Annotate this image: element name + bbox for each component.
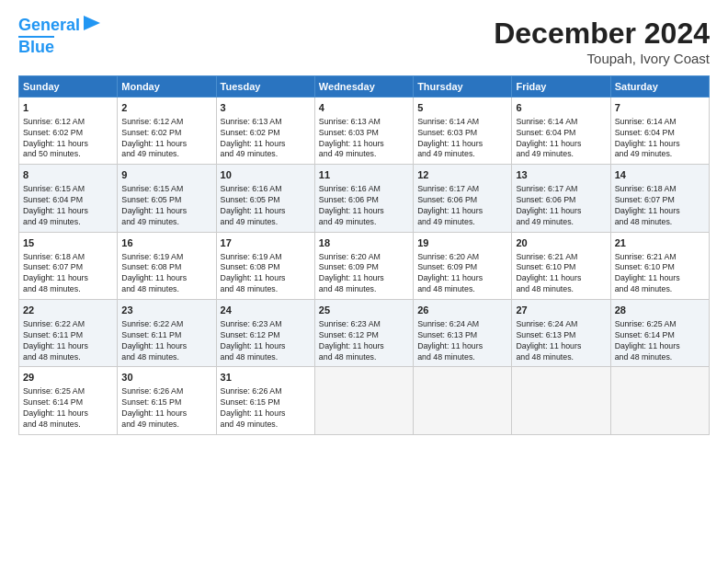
day-info: Sunrise: 6:15 AM [121, 184, 211, 195]
calendar-cell: 22Sunrise: 6:22 AMSunset: 6:11 PMDayligh… [19, 300, 118, 367]
calendar-cell: 15Sunrise: 6:18 AMSunset: 6:07 PMDayligh… [19, 232, 118, 299]
header-row: SundayMondayTuesdayWednesdayThursdayFrid… [19, 76, 710, 98]
day-info: Sunrise: 6:13 AM [221, 117, 311, 128]
day-info: Sunset: 6:15 PM [121, 397, 211, 408]
day-info: Sunrise: 6:24 AM [516, 319, 606, 330]
day-info: Daylight: 11 hours [23, 408, 113, 419]
day-info: Sunrise: 6:12 AM [23, 117, 113, 128]
day-info: Sunrise: 6:21 AM [615, 252, 705, 263]
day-info: and 49 minutes. [417, 217, 507, 228]
day-number: 30 [121, 371, 211, 385]
day-info: Sunset: 6:03 PM [319, 128, 409, 139]
day-info: and 48 minutes. [121, 284, 211, 295]
day-info: Daylight: 11 hours [121, 206, 211, 217]
day-info: Sunset: 6:03 PM [417, 128, 507, 139]
day-info: Sunrise: 6:25 AM [23, 386, 113, 397]
day-info: Daylight: 11 hours [221, 206, 311, 217]
day-info: Daylight: 11 hours [615, 206, 705, 217]
day-number: 24 [221, 304, 311, 317]
day-info: and 49 minutes. [121, 419, 211, 431]
day-info: and 49 minutes. [121, 149, 211, 160]
day-info: and 49 minutes. [221, 217, 311, 228]
calendar-cell: 25Sunrise: 6:23 AMSunset: 6:12 PMDayligh… [314, 300, 413, 367]
calendar-cell: 8Sunrise: 6:15 AMSunset: 6:04 PMDaylight… [19, 165, 118, 232]
day-info: Sunrise: 6:22 AM [23, 319, 113, 330]
day-info: Sunrise: 6:18 AM [615, 184, 705, 195]
week-row-5: 29Sunrise: 6:25 AMSunset: 6:14 PMDayligh… [19, 367, 710, 434]
main-title: December 2024 [494, 17, 710, 51]
day-number: 29 [23, 371, 113, 385]
day-number: 25 [319, 304, 409, 317]
calendar-cell: 6Sunrise: 6:14 AMSunset: 6:04 PMDaylight… [512, 98, 610, 165]
day-info: and 48 minutes. [615, 217, 705, 228]
day-info: Sunrise: 6:16 AM [319, 184, 409, 195]
day-number: 16 [121, 236, 211, 250]
logo-text: General [18, 17, 80, 35]
col-header-saturday: Saturday [610, 76, 709, 98]
day-info: Sunset: 6:10 PM [615, 262, 705, 273]
day-info: Sunrise: 6:20 AM [319, 252, 409, 263]
day-info: and 49 minutes. [516, 149, 606, 160]
day-info: Daylight: 11 hours [221, 273, 311, 284]
day-info: and 48 minutes. [516, 284, 606, 295]
day-info: Daylight: 11 hours [221, 341, 311, 352]
day-number: 21 [615, 236, 705, 250]
week-row-4: 22Sunrise: 6:22 AMSunset: 6:11 PMDayligh… [19, 300, 710, 367]
day-info: Daylight: 11 hours [221, 408, 311, 419]
day-number: 4 [319, 101, 409, 115]
day-number: 13 [516, 168, 606, 182]
day-info: Sunset: 6:14 PM [23, 397, 113, 408]
logo: General Blue [18, 17, 100, 57]
calendar-cell: 20Sunrise: 6:21 AMSunset: 6:10 PMDayligh… [512, 232, 610, 299]
day-info: Daylight: 11 hours [23, 139, 113, 150]
calendar-cell: 29Sunrise: 6:25 AMSunset: 6:14 PMDayligh… [19, 367, 118, 434]
day-info: Sunrise: 6:26 AM [121, 386, 211, 397]
calendar-cell: 7Sunrise: 6:14 AMSunset: 6:04 PMDaylight… [610, 98, 709, 165]
day-number: 7 [615, 101, 705, 115]
day-number: 15 [23, 236, 113, 250]
day-info: Daylight: 11 hours [319, 139, 409, 150]
col-header-sunday: Sunday [19, 76, 118, 98]
day-number: 1 [23, 101, 113, 115]
day-info: Daylight: 11 hours [417, 273, 507, 284]
day-info: Sunrise: 6:13 AM [319, 117, 409, 128]
calendar-cell: 1Sunrise: 6:12 AMSunset: 6:02 PMDaylight… [19, 98, 118, 165]
day-info: and 48 minutes. [417, 352, 507, 363]
day-info: and 48 minutes. [121, 352, 211, 363]
logo-arrow-icon [84, 16, 100, 30]
logo-general: General [18, 16, 80, 34]
day-number: 18 [319, 236, 409, 250]
col-header-monday: Monday [118, 76, 216, 98]
day-info: and 48 minutes. [319, 284, 409, 295]
day-info: Daylight: 11 hours [417, 206, 507, 217]
header: General Blue December 2024 Toupah, Ivory… [18, 17, 710, 66]
day-info: Daylight: 11 hours [319, 341, 409, 352]
day-info: and 48 minutes. [615, 352, 705, 363]
day-info: Sunrise: 6:14 AM [417, 117, 507, 128]
day-info: Daylight: 11 hours [417, 139, 507, 150]
day-info: and 48 minutes. [221, 284, 311, 295]
day-info: and 49 minutes. [417, 149, 507, 160]
day-number: 20 [516, 236, 606, 250]
day-info: and 48 minutes. [319, 352, 409, 363]
calendar-cell: 13Sunrise: 6:17 AMSunset: 6:06 PMDayligh… [512, 165, 610, 232]
calendar-cell: 28Sunrise: 6:25 AMSunset: 6:14 PMDayligh… [610, 300, 709, 367]
title-block: December 2024 Toupah, Ivory Coast [494, 17, 710, 66]
day-info: Sunrise: 6:24 AM [417, 319, 507, 330]
day-number: 27 [516, 304, 606, 317]
day-number: 23 [121, 304, 211, 317]
day-number: 2 [121, 101, 211, 115]
day-info: Sunrise: 6:17 AM [417, 184, 507, 195]
day-info: Daylight: 11 hours [516, 139, 606, 150]
calendar-cell [414, 367, 512, 434]
day-info: and 49 minutes. [516, 217, 606, 228]
page: General Blue December 2024 Toupah, Ivory… [0, 0, 728, 563]
calendar-cell: 3Sunrise: 6:13 AMSunset: 6:02 PMDaylight… [216, 98, 314, 165]
calendar-cell: 5Sunrise: 6:14 AMSunset: 6:03 PMDaylight… [414, 98, 512, 165]
day-info: Sunset: 6:08 PM [221, 262, 311, 273]
day-info: Daylight: 11 hours [121, 341, 211, 352]
day-number: 26 [417, 304, 507, 317]
day-info: Sunrise: 6:15 AM [23, 184, 113, 195]
day-info: Sunrise: 6:21 AM [516, 252, 606, 263]
day-info: Sunrise: 6:26 AM [221, 386, 311, 397]
